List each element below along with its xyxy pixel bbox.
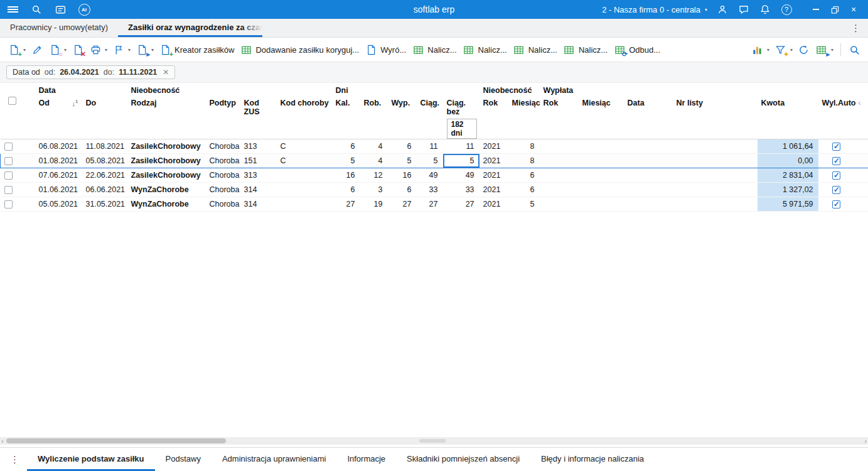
cell-wyp-rok[interactable] xyxy=(540,197,579,212)
cell-wyl-auto[interactable] xyxy=(818,139,855,154)
cell-wyp-data[interactable] xyxy=(624,168,673,183)
cell-od[interactable]: 07.06.2021 xyxy=(35,168,82,183)
cell-ciag[interactable]: 5 xyxy=(417,154,443,168)
cell-checkbox[interactable] xyxy=(1,168,35,183)
cell-podtyp[interactable]: Choroba xyxy=(206,154,240,168)
col-rob[interactable]: Rob. xyxy=(360,97,388,139)
contacts-icon[interactable] xyxy=(54,3,67,16)
export-grid-dropdown-icon[interactable]: ▾ xyxy=(830,47,836,53)
cell-nr-listy[interactable] xyxy=(673,139,758,154)
flag-dropdown-icon[interactable]: ▾ xyxy=(127,47,133,53)
cell-od[interactable]: 01.06.2021 xyxy=(35,183,82,197)
bottom-tab-1[interactable]: Podstawy xyxy=(155,448,212,471)
cell-wyp-miesiac[interactable] xyxy=(579,139,624,154)
cell-do[interactable]: 11.08.2021 xyxy=(82,139,127,154)
cell-kod-zus[interactable]: 313 xyxy=(240,168,277,183)
cell-nieob-miesiac[interactable]: 8 xyxy=(508,139,540,154)
bottom-tab-0[interactable]: Wyliczenie podstaw zasiłku xyxy=(27,448,155,471)
cell-ciag[interactable]: 49 xyxy=(417,168,443,183)
cell-nr-listy[interactable] xyxy=(673,154,758,168)
help-icon[interactable]: ? xyxy=(780,3,793,16)
chat-icon[interactable] xyxy=(737,3,750,16)
tab-0[interactable]: Pracownicy - umowy(etaty) xyxy=(0,19,118,37)
cell-rodzaj[interactable]: ZasilekChorobowy xyxy=(127,139,206,154)
cell-rob[interactable]: 12 xyxy=(360,168,388,183)
nalicz-button-1[interactable]: Nalicz... xyxy=(409,41,459,58)
cell-rob[interactable]: 4 xyxy=(360,139,388,154)
col-nieob-miesiac[interactable]: Miesiąc xyxy=(508,97,540,139)
wyroznij-button[interactable]: Wyró... xyxy=(362,41,409,58)
cell-wyp[interactable]: 6 xyxy=(388,139,417,154)
cell-nieob-rok[interactable]: 2021 xyxy=(480,154,508,168)
tab-1[interactable]: Zasiłki oraz wynagrodzenie za czas cho xyxy=(118,19,262,37)
cell-rodzaj[interactable]: ZasilekChorobowy xyxy=(127,154,206,168)
nalicz-button-4[interactable]: Nalicz... xyxy=(560,41,611,58)
close-button[interactable]: × xyxy=(845,2,862,17)
cell-wyp[interactable]: 6 xyxy=(388,183,417,197)
cell-rodzaj[interactable]: WynZaChorobe xyxy=(127,183,206,197)
cell-nieob-rok[interactable]: 2021 xyxy=(480,168,508,183)
cell-kwota[interactable]: 1 327,02 xyxy=(758,183,818,197)
cell-kod-choroby[interactable] xyxy=(277,197,332,212)
cell-do[interactable]: 06.06.2021 xyxy=(82,183,127,197)
cell-nieob-rok[interactable]: 2021 xyxy=(480,183,508,197)
cell-nieob-miesiac[interactable]: 8 xyxy=(508,154,540,168)
select-all-checkbox[interactable] xyxy=(8,97,16,105)
tab-menu-icon[interactable]: ⋮ xyxy=(844,19,868,37)
row-checkbox[interactable] xyxy=(4,171,13,180)
cell-wyp-rok[interactable] xyxy=(540,154,579,168)
company-selector[interactable]: 2 - Nasza firma 0 - centrala ▾ xyxy=(602,5,707,14)
cell-nieob-miesiac[interactable]: 6 xyxy=(508,168,540,183)
export-document-dropdown-icon[interactable]: ▾ xyxy=(151,47,156,53)
row-checkbox[interactable] xyxy=(4,186,13,194)
cell-wyp[interactable]: 5 xyxy=(388,154,417,168)
bottom-tab-5[interactable]: Błędy i informacje naliczania xyxy=(530,448,655,471)
col-nr-listy[interactable]: Nr listy xyxy=(673,97,758,139)
table-row[interactable]: 01.06.202106.06.2021WynZaChorobeChoroba3… xyxy=(1,183,868,197)
bottom-menu-icon[interactable]: ⋮ xyxy=(3,448,27,471)
cell-ciag-bez[interactable]: 27 xyxy=(443,197,480,212)
col-od[interactable]: Od↓1 xyxy=(35,97,82,139)
cell-kwota[interactable]: 5 971,59 xyxy=(758,197,818,212)
filter-close-icon[interactable]: ✕ xyxy=(163,68,169,77)
cell-wyp-miesiac[interactable] xyxy=(579,183,624,197)
cell-checkbox[interactable] xyxy=(1,183,35,197)
user-icon[interactable] xyxy=(716,3,729,16)
menu-icon[interactable] xyxy=(6,3,19,16)
odbuduj-button[interactable]: ⟳ Odbud... xyxy=(611,41,663,58)
grid-search-button[interactable] xyxy=(845,41,863,58)
filter-dropdown-icon[interactable]: ▾ xyxy=(790,47,795,53)
cell-ciag[interactable]: 27 xyxy=(417,197,443,212)
cell-kod-choroby[interactable] xyxy=(277,168,332,183)
col-nieob-rok[interactable]: Rok xyxy=(480,97,508,139)
wyl-auto-checkbox[interactable] xyxy=(832,157,840,165)
bottom-tab-4[interactable]: Składniki pomniejszeń absencji xyxy=(396,448,530,471)
table-row[interactable]: 01.08.202105.08.2021ZasilekChorobowyChor… xyxy=(1,154,868,168)
cell-nieob-miesiac[interactable]: 6 xyxy=(508,183,540,197)
cell-kod-choroby[interactable] xyxy=(277,183,332,197)
cell-do[interactable]: 05.08.2021 xyxy=(82,154,127,168)
col-ciag[interactable]: Ciąg. xyxy=(417,97,443,139)
nalicz-button-2[interactable]: Nalicz... xyxy=(460,41,510,58)
col-ciag-bez[interactable]: Ciąg. bez182 dni xyxy=(443,97,480,139)
col-kod-zus[interactable]: Kod ZUS xyxy=(240,97,277,139)
minimize-button[interactable] xyxy=(808,2,824,17)
cell-podtyp[interactable]: Choroba xyxy=(206,139,240,154)
scrollbar-thumb[interactable] xyxy=(6,438,226,443)
wyl-auto-checkbox[interactable] xyxy=(832,200,840,208)
dodawanie-zasilku-button[interactable]: Dodawanie zasiłku koryguj... xyxy=(237,41,362,58)
cell-nieob-rok[interactable]: 2021 xyxy=(480,139,508,154)
refresh-button[interactable] xyxy=(795,41,813,58)
cell-nieob-rok[interactable]: 2021 xyxy=(480,197,508,212)
cell-wyp-miesiac[interactable] xyxy=(579,197,624,212)
cell-kwota[interactable]: 2 831,04 xyxy=(758,168,818,183)
table-row[interactable]: 06.08.202111.08.2021ZasilekChorobowyChor… xyxy=(1,139,868,154)
cell-wyp-rok[interactable] xyxy=(540,183,579,197)
cell-kod-zus[interactable]: 314 xyxy=(240,197,277,212)
table-row[interactable]: 07.06.202122.06.2021ZasilekChorobowyChor… xyxy=(1,168,868,183)
notifications-icon[interactable] xyxy=(759,3,771,16)
cell-ciag-bez[interactable]: 5 xyxy=(443,154,480,168)
cell-kal[interactable]: 27 xyxy=(332,197,360,212)
cell-kwota[interactable]: 0,00 xyxy=(758,154,818,168)
col-wyp-data[interactable]: Data xyxy=(624,97,673,139)
